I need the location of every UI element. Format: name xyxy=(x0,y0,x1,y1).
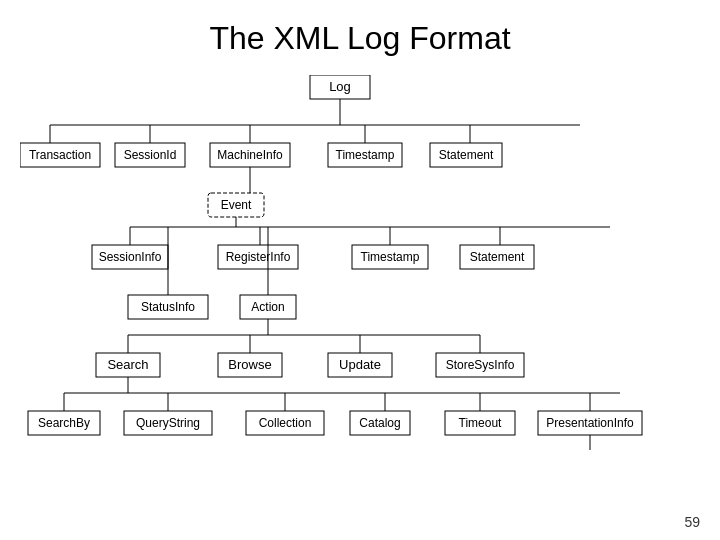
svg-text:Statement: Statement xyxy=(439,148,494,162)
svg-text:Log: Log xyxy=(329,79,351,94)
svg-text:StoreSysInfo: StoreSysInfo xyxy=(446,358,515,372)
svg-text:Event: Event xyxy=(221,198,252,212)
svg-text:Catalog: Catalog xyxy=(359,416,400,430)
svg-text:RegisterInfo: RegisterInfo xyxy=(226,250,291,264)
svg-text:MachineInfo: MachineInfo xyxy=(217,148,283,162)
svg-text:StatusInfo: StatusInfo xyxy=(141,300,195,314)
svg-text:Browse: Browse xyxy=(228,357,271,372)
svg-text:SessionId: SessionId xyxy=(124,148,177,162)
svg-text:PresentationInfo: PresentationInfo xyxy=(546,416,634,430)
svg-text:Action: Action xyxy=(251,300,284,314)
svg-text:Transaction: Transaction xyxy=(29,148,91,162)
page-title: The XML Log Format xyxy=(10,20,710,57)
svg-text:QueryString: QueryString xyxy=(136,416,200,430)
svg-text:Statement: Statement xyxy=(470,250,525,264)
svg-text:Timeout: Timeout xyxy=(459,416,503,430)
svg-text:Timestamp: Timestamp xyxy=(336,148,395,162)
svg-text:Collection: Collection xyxy=(259,416,312,430)
slide: The XML Log Format Log Transaction Sessi… xyxy=(0,0,720,540)
svg-text:Timestamp: Timestamp xyxy=(361,250,420,264)
page-number: 59 xyxy=(684,514,700,530)
svg-text:SessionInfo: SessionInfo xyxy=(99,250,162,264)
svg-text:SearchBy: SearchBy xyxy=(38,416,90,430)
diagram: Log Transaction SessionId MachineInfo Ti… xyxy=(20,75,700,455)
svg-text:Search: Search xyxy=(107,357,148,372)
svg-text:Update: Update xyxy=(339,357,381,372)
